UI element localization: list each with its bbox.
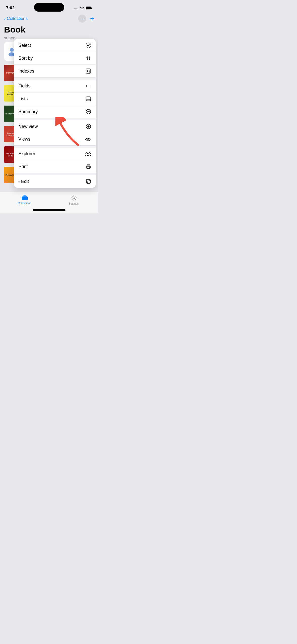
menu-item-fields[interactable]: Fields (14, 80, 96, 92)
menu-indexes-label: Indexes (18, 69, 34, 74)
menu-summary-label: Summary (18, 109, 38, 114)
menu-separator-1 (14, 78, 96, 80)
menu-item-views[interactable]: Views (14, 133, 96, 146)
menu-item-indexes[interactable]: Indexes (14, 65, 96, 78)
circle-check-icon (86, 43, 91, 48)
menu-item-select[interactable]: Select (14, 39, 96, 52)
menu-item-summary[interactable]: Summary (14, 105, 96, 118)
menu-fields-label: Fields (18, 83, 30, 89)
menu-lists-label: Lists (18, 96, 28, 102)
dropdown-menu: Select Sort by Indexes Fields (14, 39, 96, 188)
svg-rect-32 (86, 179, 90, 183)
svg-point-31 (89, 167, 90, 167)
menu-separator-2 (14, 118, 96, 120)
svg-rect-28 (87, 164, 90, 166)
svg-point-7 (86, 43, 91, 48)
menu-item-print[interactable]: Print (14, 160, 96, 173)
menu-item-edit[interactable]: › Edit (14, 175, 96, 188)
menu-separator-4 (14, 173, 96, 175)
print-icon (86, 164, 91, 169)
sort-icon (86, 55, 91, 61)
indexes-icon (86, 68, 91, 74)
menu-explorer-label: Explorer (18, 151, 35, 156)
binoculars-icon (85, 151, 91, 156)
svg-point-25 (85, 153, 88, 156)
svg-point-26 (88, 153, 91, 156)
lists-icon (86, 96, 91, 102)
menu-item-explorer[interactable]: Explorer (14, 148, 96, 160)
menu-newview-label: New view (18, 124, 38, 129)
svg-point-24 (88, 139, 89, 140)
menu-views-label: Views (18, 137, 30, 142)
menu-separator-3 (14, 146, 96, 148)
menu-print-label: Print (18, 164, 28, 169)
menu-item-sortby[interactable]: Sort by (14, 52, 96, 65)
menu-edit-label: › Edit (18, 179, 29, 184)
svg-rect-14 (86, 97, 91, 101)
menu-item-newview[interactable]: New view (14, 120, 96, 133)
summary-icon (86, 109, 91, 114)
edit-icon (86, 179, 91, 184)
menu-select-label: Select (18, 43, 31, 48)
menu-item-lists[interactable]: Lists (14, 92, 96, 105)
new-view-icon (86, 124, 91, 129)
menu-sortby-label: Sort by (18, 56, 33, 61)
eye-icon (85, 137, 91, 142)
fields-icon (86, 83, 91, 89)
